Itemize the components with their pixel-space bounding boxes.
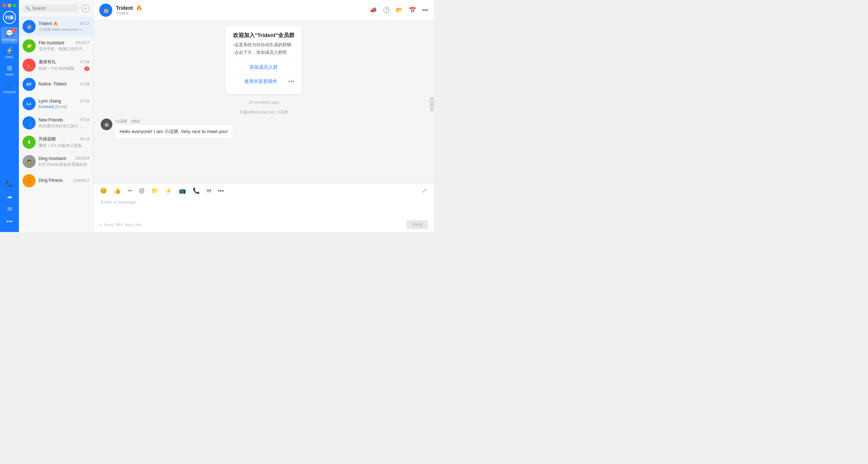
conv-item-lynn[interactable]: Lc Lynn chang 07:56 [Unread] [Emoji] bbox=[19, 94, 93, 113]
contacts-icon: 👤 bbox=[5, 81, 13, 89]
messages-area: 欢迎加入"Trident"全员群 -这是系统为你自动生成的群聊 -点击下方，添加… bbox=[93, 20, 434, 183]
bot-avatar: 🤖 bbox=[101, 119, 112, 130]
traffic-light-yellow[interactable] bbox=[8, 4, 11, 7]
conv-item-ding-fitness[interactable]: 🏃 Ding Fitness 12/8/2017 bbox=[19, 171, 93, 191]
user-avatar[interactable]: 刘淼 bbox=[3, 11, 16, 24]
history-icon[interactable]: 🕐 bbox=[383, 7, 390, 13]
system-message: 刘淼added chat bot: 小话痨 bbox=[101, 109, 427, 115]
add-members-button[interactable]: 添加成员入群 bbox=[233, 60, 294, 75]
conv-name-notice: Notice: Trident bbox=[39, 81, 67, 87]
conv-time-invite: 07:58 bbox=[80, 60, 89, 64]
at-icon[interactable]: @ bbox=[138, 187, 145, 195]
conv-preview-invite: 你有一个红包待领取 1 bbox=[39, 66, 89, 71]
welcome-line-1: -这是系统为你自动生成的群聊 bbox=[233, 42, 294, 48]
conv-name-ding-assistant: Ding Assistant bbox=[39, 156, 66, 161]
message-timestamp: 14 minute(s) ago bbox=[101, 100, 427, 104]
sidebar-item-contacts[interactable]: 👤 Contacts bbox=[1, 79, 18, 96]
bot-sender-row: 小话痨 robot bbox=[115, 119, 232, 124]
conv-item-file-assistant[interactable]: 📁 File Assistant 3/5/2017 支持手机、电脑之间文件… bbox=[19, 36, 93, 56]
emoji-icon[interactable]: 😊 bbox=[99, 187, 108, 195]
conv-name-lynn: Lynn chang bbox=[39, 99, 61, 104]
conv-info-file: File Assistant 3/5/2017 支持手机、电脑之间文件… bbox=[39, 40, 89, 52]
scissors-icon[interactable]: ✂ bbox=[127, 187, 133, 195]
cloud-icon[interactable]: ☁ bbox=[5, 191, 14, 201]
right-panel-toggle[interactable]: ‹ bbox=[430, 97, 434, 112]
messages-badge: 1 bbox=[11, 28, 16, 32]
conv-item-invite[interactable]: 🎁 邀请有礼 07:58 你有一个红包待领取 1 bbox=[19, 56, 93, 75]
conv-avatar-ding-assistant: 👩 bbox=[23, 155, 36, 168]
sidebar-item-work[interactable]: ⊞ Work bbox=[1, 62, 18, 79]
conv-preview-new-friends: 你的通讯录好友已加入，… bbox=[39, 123, 89, 129]
work-icon: ⊞ bbox=[7, 64, 12, 72]
bot-message-row: 🤖 小话痨 robot Hello everyone! I am 小话痨. Ve… bbox=[101, 119, 427, 138]
message-input[interactable] bbox=[99, 197, 428, 219]
conv-avatar-file: 📁 bbox=[23, 39, 36, 52]
search-input[interactable] bbox=[32, 6, 76, 11]
traffic-lights bbox=[3, 4, 16, 7]
phone-call-icon[interactable]: 📞 bbox=[192, 187, 201, 195]
more-options-icon[interactable]: ••• bbox=[422, 7, 428, 13]
phone-icon[interactable]: 📞 bbox=[4, 179, 15, 188]
traffic-light-red[interactable] bbox=[3, 4, 6, 7]
conv-time-file: 3/5/2017 bbox=[75, 41, 89, 45]
lightning-icon[interactable]: ⚡ bbox=[164, 187, 173, 195]
mail-icon[interactable]: ✉ bbox=[6, 204, 13, 214]
input-footer: ↵ Send / ⌘↵ New Line Send bbox=[99, 220, 428, 229]
chat-header-avatar: 🤖 bbox=[99, 4, 112, 17]
conv-item-notice[interactable]: NT Notice: Trident 07:58 bbox=[19, 75, 93, 94]
sidebar-item-messages[interactable]: 💬 Messages 1 bbox=[1, 27, 18, 44]
conv-time-ding-assistant: 3/5/2018 bbox=[75, 156, 89, 160]
conv-time-lynn: 07:56 bbox=[80, 99, 89, 103]
bot-message-bubble: Hello everyone! I am 小话痨. Very nice to m… bbox=[115, 125, 232, 138]
conv-avatar-upgrade: ⬆ bbox=[23, 136, 36, 149]
announcement-icon[interactable]: 📣 bbox=[370, 7, 377, 13]
conversation-list: 🔍 + 🤖 Trident 🔥 09:17 小话痨:Hello everyone… bbox=[19, 0, 93, 232]
conv-item-upgrade[interactable]: ⬆ 升级提醒 03-18 重磅｜4.6.18版本已更新… bbox=[19, 133, 93, 152]
search-box[interactable]: 🔍 bbox=[23, 4, 79, 12]
sidebar-bottom: 📞 ☁ ✉ ••• bbox=[4, 179, 15, 229]
welcome-line-2: -点击下方，添加成员入群吧 bbox=[233, 49, 294, 56]
conv-item-new-friends[interactable]: 👥 New Friends 07:54 你的通讯录好友已加入，… bbox=[19, 113, 93, 133]
conv-avatar-lynn: Lc bbox=[23, 97, 36, 110]
use-plugins-button[interactable]: 使用丰富群插件 bbox=[233, 75, 288, 88]
video-icon[interactable]: 📺 bbox=[178, 187, 187, 195]
conv-info-lynn: Lynn chang 07:56 [Unread] [Emoji] bbox=[39, 99, 89, 109]
conv-info-upgrade: 升级提醒 03-18 重磅｜4.6.18版本已更新… bbox=[39, 136, 89, 148]
traffic-light-green[interactable] bbox=[13, 4, 16, 7]
sidebar-item-ding[interactable]: ⚡ DING bbox=[1, 44, 18, 61]
conv-header: 🔍 + bbox=[19, 0, 93, 17]
toolbar-more-icon[interactable]: ••• bbox=[217, 187, 225, 195]
conv-time-upgrade: 03-18 bbox=[80, 137, 89, 141]
conv-info-notice: Notice: Trident 07:58 bbox=[39, 81, 89, 87]
chat-title: Trident bbox=[116, 5, 133, 11]
conv-time-trident: 09:17 bbox=[80, 21, 89, 25]
bot-tag: robot bbox=[129, 119, 141, 124]
chat-header-titles: Trident 🔥 Trident bbox=[116, 5, 142, 15]
card-more-icon[interactable]: ••• bbox=[288, 78, 294, 85]
expand-icon[interactable]: ⤢ bbox=[422, 187, 427, 194]
conv-time-ding-fitness: 12/8/2017 bbox=[73, 179, 90, 183]
flame-icon: 🔥 bbox=[136, 5, 142, 11]
conv-name-trident: Trident 🔥 bbox=[39, 21, 58, 26]
sidebar-contacts-label: Contacts bbox=[3, 90, 16, 94]
thumbs-up-icon[interactable]: 👍 bbox=[113, 187, 122, 195]
file-upload-icon[interactable]: 📁 bbox=[150, 187, 159, 195]
sidebar-work-label: Work bbox=[6, 73, 13, 76]
welcome-card-wrapper: 欢迎加入"Trident"全员群 -这是系统为你自动生成的群聊 -点击下方，添加… bbox=[101, 26, 427, 94]
conv-item-ding-assistant[interactable]: 👩 Ding Assistant 3/5/2018 钉钉2018全新版本震撼发布 bbox=[19, 152, 93, 171]
add-conversation-button[interactable]: + bbox=[81, 4, 89, 12]
conv-item-trident[interactable]: 🤖 Trident 🔥 09:17 小话痨:Hello everyone! I.… bbox=[19, 17, 93, 36]
sidebar-messages-label: Messages bbox=[2, 38, 17, 41]
email-icon[interactable]: ✉ bbox=[206, 187, 212, 195]
chat-header: 🤖 Trident 🔥 Trident 📣 🕐 📂 📅 ••• bbox=[93, 0, 434, 20]
calendar-icon[interactable]: 📅 bbox=[409, 7, 416, 13]
ding-icon: ⚡ bbox=[5, 47, 13, 55]
more-icon[interactable]: ••• bbox=[5, 217, 14, 226]
conv-preview-file: 支持手机、电脑之间文件… bbox=[39, 46, 89, 52]
chat-header-left: 🤖 Trident 🔥 Trident bbox=[99, 4, 142, 17]
sidebar-ding-label: DING bbox=[5, 55, 14, 59]
welcome-actions: 添加成员入群 使用丰富群插件 ••• bbox=[233, 60, 294, 88]
folder-icon[interactable]: 📂 bbox=[396, 7, 403, 13]
send-button[interactable]: Send bbox=[406, 220, 428, 229]
conv-name-upgrade: 升级提醒 bbox=[39, 136, 56, 142]
